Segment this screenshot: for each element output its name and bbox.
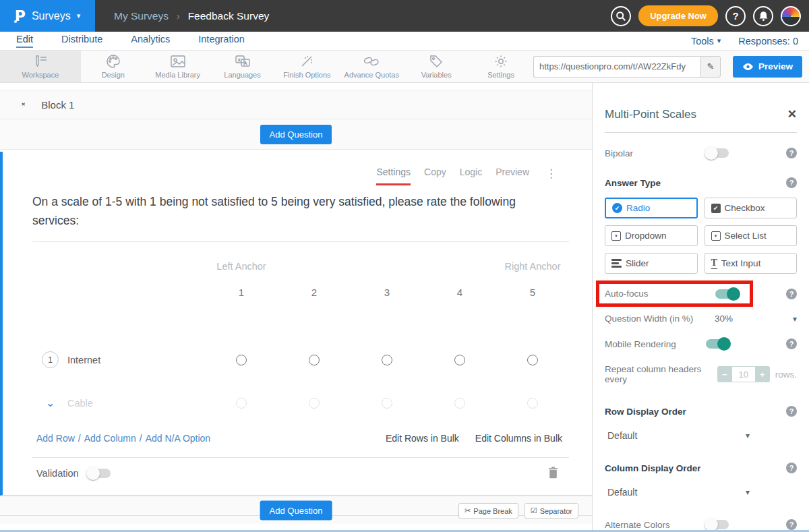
question-footer: Add Question ✂ Page Break ☑ Separator bbox=[0, 496, 592, 524]
panel-divider bbox=[605, 132, 797, 133]
mobile-rendering-toggle[interactable] bbox=[706, 339, 729, 349]
radio-cable-2[interactable] bbox=[309, 398, 320, 409]
radio-cable-5[interactable] bbox=[527, 398, 538, 409]
dropdown-icon: ▾ bbox=[611, 231, 621, 241]
trash-icon[interactable] bbox=[548, 467, 558, 481]
survey-url-input[interactable] bbox=[533, 56, 700, 78]
toolbar-media-library[interactable]: Media Library bbox=[146, 51, 210, 82]
edit-rows-in-bulk-link[interactable]: Edit Rows in Bulk bbox=[386, 433, 459, 444]
left-anchor-label[interactable]: Left Anchor bbox=[205, 261, 278, 272]
tools-menu[interactable]: Tools▾ bbox=[691, 36, 721, 47]
separator-button[interactable]: ☑ Separator bbox=[525, 503, 578, 519]
help-icon: ? bbox=[732, 10, 738, 22]
radio-internet-4[interactable] bbox=[454, 355, 465, 365]
alternate-colors-toggle[interactable] bbox=[706, 520, 729, 529]
add-question-button-bottom[interactable]: Add Question bbox=[260, 500, 332, 520]
question-tab-logic[interactable]: Logic bbox=[460, 167, 482, 183]
panel-title: Multi-Point Scales bbox=[605, 108, 696, 121]
add-column-link[interactable]: Add Column bbox=[84, 433, 136, 444]
answer-type-select-list[interactable]: ▾ Select List bbox=[705, 225, 798, 246]
edit-url-button[interactable]: ✎ bbox=[700, 56, 721, 78]
row-label-internet[interactable]: Internet bbox=[67, 355, 100, 365]
toolbar-advance-quotas[interactable]: Advance Quotas bbox=[339, 51, 404, 82]
product-menu[interactable]: P Surveys ▾ bbox=[0, 0, 95, 32]
radio-cable-4[interactable] bbox=[454, 398, 465, 409]
preview-button[interactable]: Preview bbox=[733, 56, 802, 78]
toolbar-variables[interactable]: Variables bbox=[404, 51, 469, 82]
question-tab-preview[interactable]: Preview bbox=[496, 167, 529, 183]
toolbar-settings[interactable]: Settings bbox=[469, 51, 533, 82]
notifications-button[interactable] bbox=[753, 6, 773, 26]
answer-type-radio[interactable]: ✔ Radio bbox=[605, 198, 698, 218]
radio-internet-1[interactable] bbox=[236, 355, 247, 365]
row-display-order-select[interactable]: Default ▾ bbox=[605, 430, 750, 441]
auto-focus-toggle[interactable] bbox=[715, 289, 738, 299]
radio-internet-5[interactable] bbox=[527, 355, 538, 365]
add-na-option-link[interactable]: Add N/A Option bbox=[146, 433, 211, 444]
answer-type-slider[interactable]: Slider bbox=[605, 253, 698, 274]
help-icon[interactable]: ? bbox=[786, 289, 797, 299]
tab-integration[interactable]: Integration bbox=[198, 34, 245, 48]
page-break-button[interactable]: ✂ Page Break bbox=[458, 503, 518, 519]
question-tabs: Settings Copy Logic Preview ⋮ bbox=[3, 152, 592, 185]
help-icon[interactable]: ? bbox=[786, 338, 797, 349]
breadcrumb-my-surveys[interactable]: My Surveys bbox=[114, 10, 169, 22]
plus-button[interactable]: + bbox=[755, 366, 770, 382]
repeat-headers-value[interactable]: 10 bbox=[732, 366, 755, 382]
toolbar-design[interactable]: Design bbox=[81, 51, 146, 82]
right-anchor-label[interactable]: Right Anchor bbox=[496, 261, 569, 272]
tab-distribute[interactable]: Distribute bbox=[61, 34, 102, 48]
help-button[interactable]: ? bbox=[725, 6, 746, 26]
radio-internet-2[interactable] bbox=[309, 355, 320, 365]
add-question-button-top[interactable]: Add Question bbox=[260, 125, 332, 144]
slider-icon bbox=[611, 259, 622, 268]
scale-col-1[interactable]: 1 bbox=[205, 287, 278, 298]
chevron-down-icon[interactable]: ⌄ bbox=[42, 396, 59, 410]
radio-cable-3[interactable] bbox=[382, 398, 392, 409]
toolbar-finish-options[interactable]: Finish Options bbox=[274, 51, 339, 82]
add-row-link[interactable]: Add Row bbox=[36, 433, 75, 444]
help-icon[interactable]: ? bbox=[786, 177, 797, 188]
radio-cable-1[interactable] bbox=[236, 398, 247, 409]
close-icon[interactable]: ✕ bbox=[787, 107, 797, 121]
bipolar-toggle[interactable] bbox=[706, 148, 729, 158]
edit-columns-in-bulk-link[interactable]: Edit Columns in Bulk bbox=[475, 433, 562, 444]
toolbar-languages[interactable]: xA Languages bbox=[210, 51, 275, 82]
question-tab-copy[interactable]: Copy bbox=[424, 167, 446, 183]
kebab-menu-icon[interactable]: ⋮ bbox=[545, 167, 557, 181]
toolbar-workspace[interactable]: Workspace bbox=[0, 51, 81, 82]
block-title[interactable]: Block 1 bbox=[41, 99, 74, 111]
scale-col-2[interactable]: 2 bbox=[278, 287, 351, 298]
search-button[interactable] bbox=[611, 6, 631, 26]
tab-analytics[interactable]: Analytics bbox=[131, 34, 170, 48]
upgrade-now-button[interactable]: Upgrade Now bbox=[638, 5, 718, 26]
help-icon[interactable]: ? bbox=[786, 519, 797, 530]
answer-type-text-input[interactable]: T Text Input bbox=[705, 253, 798, 274]
question-width-value[interactable]: 30% bbox=[715, 314, 733, 324]
answer-type-dropdown[interactable]: ▾ Dropdown bbox=[605, 225, 698, 246]
question-tab-settings[interactable]: Settings bbox=[376, 167, 411, 185]
validation-label: Validation bbox=[36, 468, 79, 479]
product-name: Surveys bbox=[32, 10, 71, 22]
question-text[interactable]: On a scale of 1-5 with 1 being not satis… bbox=[32, 192, 551, 231]
help-icon[interactable]: ? bbox=[786, 406, 797, 417]
row-label-cable[interactable]: Cable bbox=[67, 398, 93, 409]
scale-col-4[interactable]: 4 bbox=[423, 287, 496, 298]
radio-internet-3[interactable] bbox=[382, 355, 392, 365]
tab-edit[interactable]: Edit bbox=[16, 34, 33, 48]
chevron-down-icon[interactable]: ▾ bbox=[793, 314, 797, 324]
user-avatar[interactable] bbox=[781, 6, 801, 26]
help-icon[interactable]: ? bbox=[786, 463, 797, 473]
minus-button[interactable]: − bbox=[717, 366, 732, 382]
scale-col-3[interactable]: 3 bbox=[351, 287, 423, 298]
validation-toggle[interactable] bbox=[88, 469, 111, 478]
responses-count[interactable]: Responses: 0 bbox=[738, 36, 798, 47]
column-display-order-select[interactable]: Default ▾ bbox=[605, 487, 750, 498]
answer-type-checkbox[interactable]: ✔ Checkbox bbox=[705, 198, 798, 218]
help-icon[interactable]: ? bbox=[786, 148, 797, 158]
topbar-actions: Upgrade Now ? bbox=[611, 5, 809, 26]
block-header: ⌄⌃ Block 1 bbox=[0, 90, 592, 119]
scale-col-5[interactable]: 5 bbox=[496, 287, 569, 298]
chevron-down-icon: ▾ bbox=[77, 12, 81, 20]
collapse-block-icon[interactable]: ⌄⌃ bbox=[20, 100, 26, 109]
